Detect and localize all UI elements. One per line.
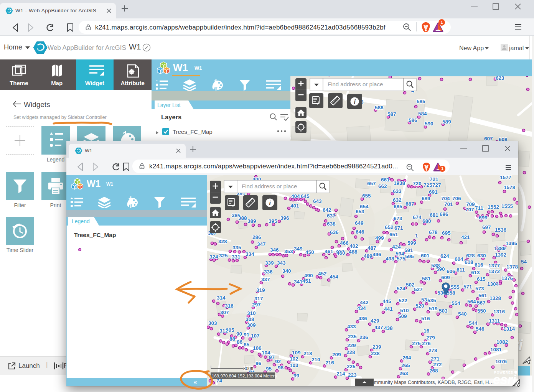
svg-text:657: 657 xyxy=(367,181,376,186)
svg-text:1372: 1372 xyxy=(488,268,500,274)
svg-text:721: 721 xyxy=(430,176,438,182)
svg-text:438: 438 xyxy=(384,325,393,331)
svg-text:662: 662 xyxy=(378,183,387,189)
svg-text:628: 628 xyxy=(466,253,475,259)
svg-text:671: 671 xyxy=(394,225,403,231)
svg-text:88: 88 xyxy=(229,336,236,342)
svg-text:601: 601 xyxy=(421,253,430,259)
svg-text:106: 106 xyxy=(253,345,262,351)
svg-text:564: 564 xyxy=(467,299,476,305)
svg-text:309: 309 xyxy=(247,322,256,328)
svg-text:109: 109 xyxy=(292,350,301,356)
svg-text:278: 278 xyxy=(429,348,437,353)
svg-text:720: 720 xyxy=(413,181,422,186)
svg-text:725: 725 xyxy=(424,182,432,188)
svg-text:442: 442 xyxy=(360,300,369,305)
svg-text:297: 297 xyxy=(252,302,261,308)
svg-text:Find address or place: Find address or place xyxy=(328,81,383,87)
svg-text:707: 707 xyxy=(465,207,474,212)
svg-text:433: 433 xyxy=(347,324,356,329)
svg-text:653: 653 xyxy=(356,209,364,214)
svg-text:95: 95 xyxy=(266,366,272,372)
svg-text:308: 308 xyxy=(246,316,254,322)
svg-text:609: 609 xyxy=(441,275,450,280)
svg-text:264: 264 xyxy=(402,355,411,361)
svg-text:689: 689 xyxy=(422,196,430,201)
svg-text:271: 271 xyxy=(431,356,440,362)
svg-text:1536: 1536 xyxy=(495,227,507,233)
svg-text:210: 210 xyxy=(312,357,320,362)
svg-text:654: 654 xyxy=(360,204,369,209)
svg-text:697: 697 xyxy=(482,224,491,230)
svg-text:595: 595 xyxy=(405,254,414,259)
svg-text:649: 649 xyxy=(355,220,364,226)
svg-text:544: 544 xyxy=(469,320,478,326)
svg-text:272: 272 xyxy=(433,362,442,367)
svg-text:96: 96 xyxy=(255,361,262,366)
svg-text:1316: 1316 xyxy=(493,309,505,315)
svg-text:571: 571 xyxy=(463,284,472,290)
svg-text:452: 452 xyxy=(318,271,327,277)
svg-text:696: 696 xyxy=(440,211,448,217)
svg-text:1578: 1578 xyxy=(504,184,516,190)
svg-text:606: 606 xyxy=(447,268,455,274)
svg-text:102: 102 xyxy=(290,356,298,362)
svg-text:276: 276 xyxy=(422,341,431,346)
svg-text:236: 236 xyxy=(359,334,368,340)
svg-text:599: 599 xyxy=(407,240,416,246)
svg-text:581: 581 xyxy=(422,276,431,282)
svg-text:585: 585 xyxy=(417,99,425,104)
svg-text:437: 437 xyxy=(374,324,383,330)
svg-text:503: 503 xyxy=(439,308,448,314)
svg-text:97: 97 xyxy=(269,354,275,360)
svg-text:337: 337 xyxy=(261,277,270,282)
svg-text:421: 421 xyxy=(461,234,470,240)
svg-text:328: 328 xyxy=(218,239,227,244)
svg-text:99: 99 xyxy=(293,373,299,379)
svg-text:1081: 1081 xyxy=(490,347,502,352)
svg-text:573: 573 xyxy=(475,286,484,292)
svg-text:535: 535 xyxy=(427,298,436,303)
svg-text:223: 223 xyxy=(348,372,357,378)
svg-text:632: 632 xyxy=(393,197,402,203)
svg-text:286: 286 xyxy=(252,234,261,240)
svg-text:225: 225 xyxy=(347,364,356,369)
svg-text:Find address or place: Find address or place xyxy=(242,183,297,189)
svg-text:460: 460 xyxy=(336,250,345,256)
svg-text:450: 450 xyxy=(305,249,314,255)
svg-text:275: 275 xyxy=(412,341,421,346)
svg-text:645: 645 xyxy=(301,193,310,199)
svg-text:451: 451 xyxy=(302,278,311,284)
svg-text:490: 490 xyxy=(304,273,313,278)
svg-text:1: 1 xyxy=(415,233,418,239)
svg-text:555: 555 xyxy=(451,284,460,290)
svg-text:1328: 1328 xyxy=(490,295,501,301)
svg-text:661: 661 xyxy=(381,177,390,183)
svg-text:1377: 1377 xyxy=(488,263,500,268)
svg-text:642: 642 xyxy=(323,207,331,213)
svg-text:633: 633 xyxy=(393,188,402,194)
svg-text:498: 498 xyxy=(386,256,394,262)
svg-text:522: 522 xyxy=(399,298,407,303)
svg-text:353: 353 xyxy=(284,249,293,254)
svg-text:550: 550 xyxy=(477,308,486,314)
svg-text:441: 441 xyxy=(384,306,393,312)
svg-text:316: 316 xyxy=(225,303,234,309)
svg-text:228: 228 xyxy=(346,349,355,355)
svg-text:300ft: 300ft xyxy=(243,366,254,371)
svg-text:709: 709 xyxy=(466,201,475,207)
svg-text:561: 561 xyxy=(478,293,487,298)
svg-text:655: 655 xyxy=(362,193,371,199)
svg-text:307: 307 xyxy=(220,310,229,315)
svg-text:1314: 1314 xyxy=(503,326,515,332)
svg-text:92: 92 xyxy=(275,359,281,364)
svg-text:516: 516 xyxy=(421,316,430,321)
svg-text:90: 90 xyxy=(236,331,242,337)
svg-text:340: 340 xyxy=(282,268,291,274)
svg-text:402: 402 xyxy=(349,243,358,249)
svg-text:1389: 1389 xyxy=(494,245,506,251)
svg-text:461: 461 xyxy=(325,249,333,254)
svg-text:312: 312 xyxy=(219,328,228,334)
svg-text:esri: esri xyxy=(493,372,517,386)
svg-text:395: 395 xyxy=(269,218,277,224)
